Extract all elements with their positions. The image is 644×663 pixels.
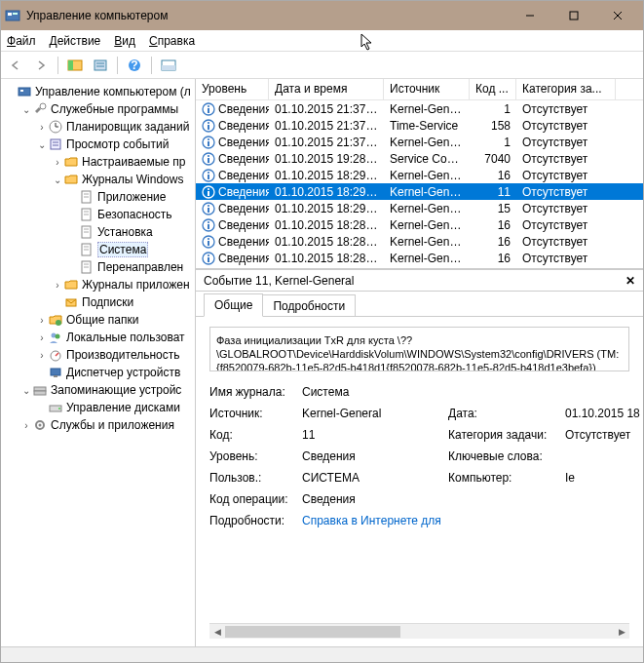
link-online-help[interactable]: Справка в Интернете для: [302, 514, 448, 527]
tree-node-forwarded[interactable]: Перенаправлен: [1, 258, 195, 276]
info-icon: [202, 102, 215, 116]
tree-twisty[interactable]: ›: [36, 350, 48, 361]
col-source[interactable]: Источник: [384, 79, 470, 99]
col-category[interactable]: Категория за...: [516, 79, 616, 99]
cell-level: Сведения: [218, 185, 269, 199]
value-computer: Ie: [565, 471, 643, 485]
cell-level: Сведения: [218, 235, 269, 249]
tree-node-devices[interactable]: Диспетчер устройств: [1, 364, 195, 381]
menu-view[interactable]: Вид: [114, 34, 135, 48]
grid-row[interactable]: Сведения01.10.2015 18:28:59Kernel-Gene..…: [196, 216, 643, 233]
menu-file[interactable]: Файл: [7, 34, 36, 48]
tree-node-applogs[interactable]: ›Журналы приложен: [1, 276, 195, 293]
tree-node-security[interactable]: Безопасность: [1, 206, 195, 223]
tree-node-eventviewer[interactable]: ⌄Просмотр событий: [1, 136, 195, 153]
grid-row[interactable]: Сведения01.10.2015 21:37:26Kernel-Gene..…: [196, 134, 643, 150]
tree-node-scheduler[interactable]: ›Планировщик заданий: [1, 118, 195, 136]
grid-row[interactable]: Сведения01.10.2015 21:37:26Time-Service1…: [196, 117, 643, 134]
detail-title-text: Событие 11, Kernel-General: [204, 274, 625, 288]
preview-pane-button[interactable]: [158, 55, 179, 76]
tree-node-customviews[interactable]: ›Настраиваемые пр: [1, 153, 195, 171]
sub-icon: [63, 294, 79, 310]
cell-datetime: 01.10.2015 19:28:53: [269, 152, 384, 166]
cell-datetime: 01.10.2015 18:29:03: [269, 169, 384, 182]
svg-text:?: ?: [131, 58, 137, 72]
grid-row[interactable]: Сведения01.10.2015 18:29:02Kernel-Gene..…: [196, 200, 643, 216]
svc-icon: [32, 417, 48, 433]
cell-level: Сведения: [218, 202, 269, 215]
menu-help[interactable]: Справка: [149, 34, 195, 48]
tree-twisty[interactable]: ›: [36, 122, 48, 133]
tree-node-perf[interactable]: ›Производительность: [1, 346, 195, 364]
tree-twisty[interactable]: ›: [20, 420, 32, 431]
tree-node-root[interactable]: Управление компьютером (л: [1, 83, 195, 100]
grid-row[interactable]: Сведения01.10.2015 19:28:53Service Cont.…: [196, 150, 643, 167]
tree-node-svcapps[interactable]: ›Службы и приложения: [1, 416, 195, 434]
grid-row[interactable]: Сведения01.10.2015 18:28:57Kernel-Gene..…: [196, 250, 643, 266]
grid-row[interactable]: Сведения01.10.2015 18:28:59Kernel-Gene..…: [196, 233, 643, 250]
tab-details[interactable]: Подробности: [262, 294, 356, 317]
cell-source: Kernel-Gene...: [384, 218, 470, 232]
tree-twisty[interactable]: ⌄: [52, 175, 63, 185]
value-logname: Система: [302, 385, 448, 399]
event-grid[interactable]: Уровень Дата и время Источник Код ... Ка…: [196, 79, 643, 269]
navigation-tree[interactable]: Управление компьютером (л⌄Служебные прог…: [1, 79, 196, 646]
log-icon: [79, 189, 95, 205]
show-hide-tree-button[interactable]: [64, 55, 86, 76]
tree-twisty[interactable]: ›: [36, 332, 48, 343]
svg-point-79: [208, 237, 209, 239]
tree-node-subscriptions[interactable]: Подписки: [1, 293, 195, 311]
info-icon: [202, 185, 215, 199]
svg-point-41: [56, 320, 61, 326]
tab-general[interactable]: Общие: [204, 293, 263, 317]
tree-node-setup[interactable]: Установка: [1, 223, 195, 241]
svg-rect-16: [19, 88, 30, 96]
scroll-right-button[interactable]: ▶: [614, 624, 629, 640]
tree-node-storage[interactable]: ⌄Запоминающие устройс: [1, 381, 195, 399]
cell-code: 1: [470, 136, 516, 149]
grid-row[interactable]: Сведения01.10.2015 18:29:03Kernel-Gene..…: [196, 183, 643, 200]
tree-node-services[interactable]: ⌄Служебные программы: [1, 100, 195, 118]
cell-source: Kernel-Gene...: [384, 169, 470, 182]
grid-row[interactable]: Сведения01.10.2015 18:29:03Kernel-Gene..…: [196, 167, 643, 183]
close-button[interactable]: [595, 2, 639, 29]
svg-rect-4: [570, 12, 578, 20]
tree-twisty[interactable]: ⌄: [20, 104, 32, 115]
tree-twisty[interactable]: ⌄: [36, 139, 48, 150]
help-button[interactable]: ?: [124, 55, 145, 76]
minimize-button[interactable]: [508, 2, 551, 29]
tree-twisty[interactable]: ›: [36, 315, 48, 326]
forward-button[interactable]: [30, 55, 52, 76]
scroll-left-button[interactable]: ◀: [209, 624, 225, 640]
svg-rect-1: [8, 13, 12, 16]
label-moreinfo: Подробности:: [209, 514, 302, 527]
detail-close-button[interactable]: ✕: [625, 274, 635, 288]
svg-rect-77: [208, 224, 209, 229]
tree-node-diskmgmt[interactable]: Управление дисками: [1, 399, 195, 416]
scroll-thumb[interactable]: [225, 626, 400, 638]
maximize-button[interactable]: [551, 2, 595, 29]
tree-twisty[interactable]: ›: [52, 280, 63, 291]
detail-horizontal-scrollbar[interactable]: ◀ ▶: [209, 623, 629, 639]
col-level[interactable]: Уровень: [196, 79, 269, 99]
tree-node-system[interactable]: Система: [1, 241, 195, 258]
back-button[interactable]: [5, 55, 26, 76]
properties-button[interactable]: [90, 55, 111, 76]
tree-node-app[interactable]: Приложение: [1, 188, 195, 206]
tree-node-shared[interactable]: ›Общие папки: [1, 311, 195, 329]
tree-twisty[interactable]: ›: [52, 157, 63, 168]
tree-node-localusers[interactable]: ›Локальные пользоват: [1, 329, 195, 346]
tree-twisty[interactable]: ⌄: [20, 385, 32, 396]
col-datetime[interactable]: Дата и время: [269, 79, 384, 99]
grid-row[interactable]: Сведения01.10.2015 21:37:26Kernel-Gene..…: [196, 100, 643, 117]
info-icon: [202, 119, 215, 133]
log-icon: [79, 207, 95, 222]
tree-node-winlogs[interactable]: ⌄Журналы Windows: [1, 171, 195, 188]
grid-header[interactable]: Уровень Дата и время Источник Код ... Ка…: [196, 79, 643, 100]
cell-datetime: 01.10.2015 18:28:57: [269, 252, 384, 265]
col-code[interactable]: Код ...: [470, 79, 516, 99]
event-description[interactable]: Фаза инициализации TxR для куста \??\GLO…: [209, 327, 629, 371]
event-icon: [48, 136, 63, 152]
menu-action[interactable]: Действие: [50, 34, 101, 48]
svg-rect-8: [68, 60, 73, 70]
